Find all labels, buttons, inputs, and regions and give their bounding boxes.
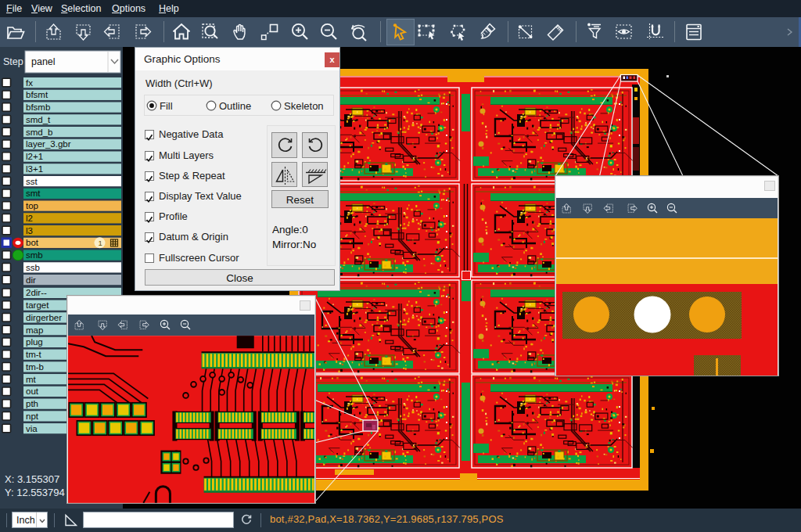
svg-text:l3: l3 (26, 226, 33, 235)
svg-text:pth: pth (26, 399, 38, 408)
svg-text:bfsmb: bfsmb (26, 102, 50, 112)
svg-text:bot: bot (26, 238, 39, 247)
svg-text:1: 1 (98, 239, 102, 247)
svg-text:layer_3.gbr: layer_3.gbr (26, 139, 71, 149)
svg-text:mt: mt (26, 375, 37, 384)
svg-text:top: top (26, 201, 38, 210)
svg-text:ssb: ssb (26, 263, 40, 272)
svg-text:dir: dir (26, 275, 36, 285)
svg-text:tm-t: tm-t (26, 350, 42, 359)
svg-text:smd_b: smd_b (26, 128, 53, 137)
svg-text:dirgerber: dirgerber (26, 313, 62, 322)
svg-text:smb: smb (26, 250, 43, 260)
svg-text:smt: smt (26, 189, 41, 198)
svg-text:l3+1: l3+1 (26, 164, 43, 174)
svg-text:out: out (26, 386, 39, 396)
svg-text:smd_t: smd_t (26, 115, 51, 124)
svg-text:Y: 12.553794: Y: 12.553794 (5, 487, 65, 498)
svg-text:l2: l2 (26, 214, 33, 223)
svg-text:Step: Step (3, 56, 23, 67)
svg-text:fx: fx (26, 78, 33, 88)
svg-text:sst: sst (26, 177, 38, 186)
svg-text:tm-b: tm-b (26, 362, 44, 372)
svg-text:plug: plug (26, 337, 43, 347)
svg-text:npt: npt (26, 412, 39, 421)
svg-text:2dir--: 2dir-- (26, 288, 47, 297)
svg-text:via: via (26, 424, 38, 433)
svg-text:bfsmt: bfsmt (26, 90, 48, 99)
svg-text:X: 3.155307: X: 3.155307 (5, 473, 59, 485)
svg-text:target: target (26, 300, 49, 310)
svg-text:l2+1: l2+1 (26, 152, 43, 161)
svg-text:map: map (26, 325, 43, 335)
svg-text:panel: panel (31, 56, 56, 67)
